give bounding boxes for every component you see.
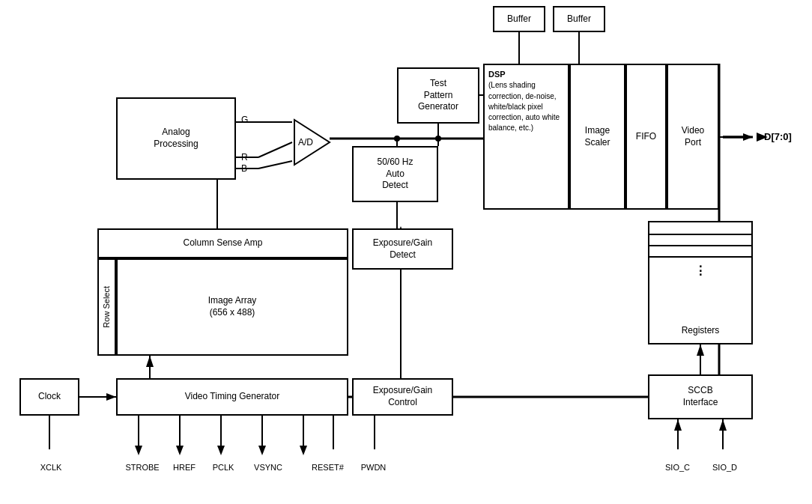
svg-line-5 xyxy=(258,142,292,157)
buffer2-label: Buffer xyxy=(567,13,591,25)
column-sense-block: Column Sense Amp xyxy=(97,228,348,258)
svg-text:A/D: A/D xyxy=(298,137,313,148)
pclk-label: PCLK xyxy=(208,463,238,472)
auto-detect-label: 50/60 HzAutoDetect xyxy=(377,157,413,192)
svg-marker-46 xyxy=(300,446,307,455)
d70-label: D[7:0] xyxy=(764,131,792,142)
svg-marker-42 xyxy=(217,446,225,455)
fifo-label: FIFO xyxy=(636,131,656,143)
registers-block: ⋮ Registers xyxy=(648,221,753,344)
r-label: R xyxy=(241,152,248,163)
xclk-label: XCLK xyxy=(36,463,66,472)
auto-detect-block: 50/60 HzAutoDetect xyxy=(352,146,438,202)
svg-marker-44 xyxy=(258,446,266,455)
registers-label: Registers xyxy=(682,325,720,337)
test-pattern-block: TestPatternGenerator xyxy=(397,67,479,124)
svg-marker-57 xyxy=(697,344,704,356)
pwdn-label: PWDN xyxy=(357,463,390,472)
video-timing-label: Video Timing Generator xyxy=(185,391,280,403)
strobe-label: STROBE xyxy=(120,463,165,472)
video-port-label: VideoPort xyxy=(682,125,704,148)
row-select-block: Row Select xyxy=(97,258,116,356)
vsync-label: VSYNC xyxy=(249,463,287,472)
sio-d-label: SIO_D xyxy=(708,463,742,472)
block-diagram: Buffer Buffer TestPatternGenerator Analo… xyxy=(0,0,812,504)
image-scaler-label: ImageScaler xyxy=(584,125,610,148)
analog-processing-label: AnalogProcessing xyxy=(154,127,198,150)
image-scaler-block: ImageScaler xyxy=(569,64,625,210)
sccb-block: SCCBInterface xyxy=(648,374,753,419)
ad-converter: A/D xyxy=(291,116,332,168)
exposure-gain-detect-block: Exposure/GainDetect xyxy=(352,228,453,270)
svg-line-7 xyxy=(258,161,292,168)
dsp-block: DSP(Lens shading correction, de-noise, w… xyxy=(483,64,569,210)
svg-marker-20 xyxy=(743,133,753,141)
exposure-gain-ctrl-label: Exposure/GainControl xyxy=(373,385,432,408)
video-port-block: VideoPort xyxy=(667,64,719,210)
image-array-label: Image Array(656 x 488) xyxy=(208,295,257,318)
buffer1-label: Buffer xyxy=(507,13,531,25)
clock-label: Clock xyxy=(38,391,61,403)
svg-marker-40 xyxy=(176,446,184,455)
svg-marker-38 xyxy=(135,446,142,455)
svg-marker-59 xyxy=(674,419,682,431)
buffer1-block: Buffer xyxy=(493,6,545,32)
analog-processing-block: AnalogProcessing xyxy=(116,97,236,180)
fifo-block: FIFO xyxy=(625,64,667,210)
sccb-label: SCCBInterface xyxy=(683,385,718,408)
image-array-block: Image Array(656 x 488) xyxy=(116,258,348,356)
row-select-label: Row Select xyxy=(101,286,112,328)
b-label: B xyxy=(241,163,247,174)
video-timing-block: Video Timing Generator xyxy=(116,378,348,416)
column-sense-label: Column Sense Amp xyxy=(183,237,262,249)
sio-c-label: SIO_C xyxy=(661,463,694,472)
exposure-gain-ctrl-block: Exposure/GainControl xyxy=(352,378,453,416)
svg-marker-36 xyxy=(146,356,154,367)
reset-label: RESET# xyxy=(307,463,348,472)
dsp-label: DSP(Lens shading correction, de-noise, w… xyxy=(488,69,564,133)
g-label: G xyxy=(241,115,248,125)
buffer2-block: Buffer xyxy=(553,6,605,32)
test-pattern-label: TestPatternGenerator xyxy=(418,78,458,113)
svg-point-17 xyxy=(394,136,400,142)
svg-point-10 xyxy=(435,136,441,142)
exposure-gain-detect-label: Exposure/GainDetect xyxy=(373,237,432,261)
clock-block: Clock xyxy=(19,378,79,416)
svg-marker-34 xyxy=(106,393,116,401)
svg-marker-62 xyxy=(719,419,727,431)
href-label: HREF xyxy=(169,463,199,472)
